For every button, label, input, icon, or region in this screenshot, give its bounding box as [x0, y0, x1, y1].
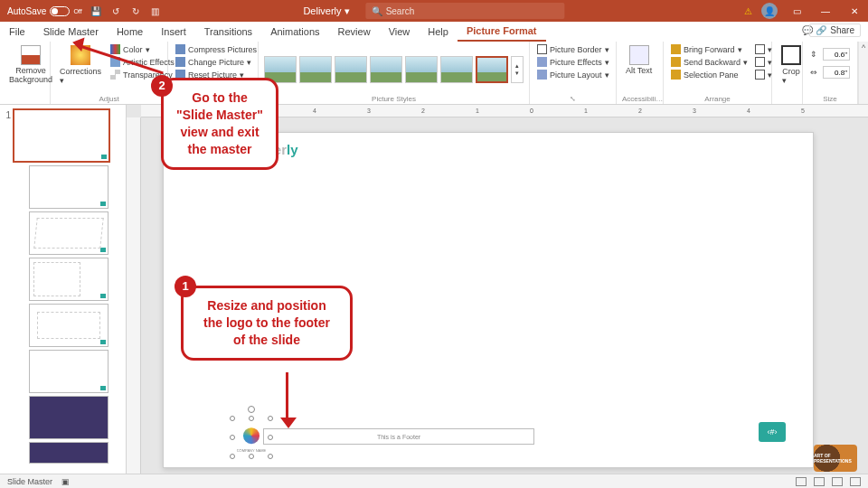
adjust-group-label: Adjust: [56, 95, 162, 104]
resize-handle[interactable]: [230, 435, 235, 440]
page-number-placeholder[interactable]: ‹#›: [759, 422, 786, 442]
style-thumb[interactable]: [405, 56, 438, 83]
gallery-more-button[interactable]: ▴▾: [511, 56, 524, 83]
resize-handle[interactable]: [268, 454, 273, 459]
status-icon[interactable]: ▣: [61, 477, 70, 486]
user-avatar[interactable]: 👤: [761, 3, 778, 19]
tab-slide-master[interactable]: Slide Master: [34, 22, 108, 42]
arrange-label: Arrange: [669, 95, 766, 104]
layout-thumbnail[interactable]: [29, 396, 108, 439]
rotate-handle[interactable]: [248, 406, 255, 413]
document-title: Deliverly ▾: [303, 5, 349, 17]
resize-handle[interactable]: [249, 454, 254, 459]
crop-button[interactable]: Crop▾: [778, 43, 805, 87]
tab-home[interactable]: Home: [108, 22, 152, 42]
annotation-callout-1: 1 Resize and position the logo to the fo…: [181, 286, 353, 361]
watermark-badge: ART OF PRESENTATIONS: [814, 445, 857, 472]
layout-thumbnail[interactable]: [29, 211, 108, 255]
picture-styles-gallery[interactable]: ▴▾: [264, 56, 524, 83]
footer-placeholder[interactable]: This is a Footer: [263, 428, 534, 445]
width-input[interactable]: [823, 66, 850, 79]
resize-handle[interactable]: [268, 435, 273, 440]
tab-help[interactable]: Help: [419, 22, 458, 42]
master-number: 1: [4, 108, 11, 163]
arrow-head-icon: [280, 418, 297, 428]
align-icon: [755, 44, 765, 54]
bring-forward-icon: [671, 44, 681, 54]
group-button[interactable]: ▾: [753, 56, 774, 68]
tab-animations[interactable]: Animations: [261, 22, 328, 42]
start-slideshow-icon[interactable]: ▥: [149, 5, 162, 17]
tab-picture-format[interactable]: Picture Format: [458, 22, 546, 42]
slideshow-view-button[interactable]: [850, 477, 861, 486]
save-icon[interactable]: 💾: [90, 5, 102, 17]
align-button[interactable]: ▾: [753, 43, 774, 55]
layout-thumbnail[interactable]: [29, 258, 108, 301]
change-picture-button[interactable]: Change Picture ▾: [174, 56, 259, 68]
color-icon: [110, 44, 120, 54]
tab-insert[interactable]: Insert: [152, 22, 195, 42]
layout-thumbnail[interactable]: [29, 442, 108, 464]
resize-handle[interactable]: [249, 416, 254, 421]
picture-layout-button[interactable]: Picture Layout ▾: [535, 69, 611, 80]
ribbon-tabs: File Slide Master Home Insert Transition…: [0, 22, 868, 42]
height-icon: ⇕: [810, 50, 820, 60]
thumbnail-pane[interactable]: 1: [0, 105, 127, 474]
annotation-callout-2: 2 Go to the "Slide Master" view and exit…: [161, 78, 278, 170]
layout-thumbnail[interactable]: [29, 165, 108, 209]
resize-handle[interactable]: [230, 416, 235, 421]
picture-styles-label: Picture Styles: [264, 95, 524, 104]
change-picture-icon: [175, 57, 185, 67]
style-thumb[interactable]: [299, 56, 332, 83]
reading-view-button[interactable]: [832, 477, 843, 486]
selected-logo-image[interactable]: COMPANY NAME: [232, 418, 270, 456]
main-area: 1 5 4 3 2 1 0 1 2 3 4 5 Deliverly T: [0, 105, 868, 474]
warning-icon[interactable]: ⚠: [744, 6, 752, 16]
master-thumbnail[interactable]: [13, 108, 110, 163]
selection-pane-button[interactable]: Selection Pane: [669, 69, 750, 80]
title-bar: AutoSave Off 💾 ↺ ↻ ▥ Deliverly ▾ 🔍 Searc…: [0, 0, 868, 22]
collapse-ribbon-button[interactable]: ^: [858, 42, 868, 104]
undo-icon[interactable]: ↺: [109, 5, 122, 17]
group-icon: [755, 57, 765, 67]
layout-thumbnail[interactable]: [29, 350, 108, 393]
autosave-toggle[interactable]: AutoSave Off: [7, 6, 82, 16]
rotate-button[interactable]: ▾: [753, 69, 774, 80]
effects-icon: [537, 57, 547, 67]
bring-forward-button[interactable]: Bring Forward ▾: [669, 43, 750, 55]
minimize-button[interactable]: —: [816, 3, 835, 19]
style-thumb[interactable]: [476, 56, 508, 83]
picture-styles-launcher[interactable]: ⤡: [535, 95, 610, 104]
normal-view-button[interactable]: [796, 477, 807, 486]
remove-background-button[interactable]: Remove Background: [5, 43, 56, 87]
compress-pictures-button[interactable]: Compress Pictures: [174, 43, 259, 55]
redo-icon[interactable]: ↻: [129, 5, 142, 17]
resize-handle[interactable]: [230, 454, 235, 459]
tab-file[interactable]: File: [0, 22, 34, 42]
selection-pane-icon: [671, 70, 681, 80]
style-thumb[interactable]: [440, 56, 473, 83]
compress-icon: [175, 44, 185, 54]
style-thumb[interactable]: [335, 56, 367, 83]
resize-handle[interactable]: [268, 416, 273, 421]
search-icon: 🔍: [372, 6, 382, 16]
picture-border-button[interactable]: Picture Border ▾: [535, 43, 611, 55]
tab-view[interactable]: View: [380, 22, 420, 42]
autosave-state: Off: [73, 8, 81, 14]
tab-transitions[interactable]: Transitions: [195, 22, 261, 42]
style-thumb[interactable]: [370, 56, 402, 83]
alt-text-button[interactable]: Alt Text: [622, 43, 656, 78]
close-button[interactable]: ✕: [844, 3, 864, 19]
border-icon: [537, 44, 547, 54]
autosave-label: AutoSave: [7, 6, 46, 16]
search-input[interactable]: 🔍 Search: [366, 3, 565, 19]
sorter-view-button[interactable]: [814, 477, 825, 486]
accessibility-label: Accessibili…: [622, 95, 657, 104]
picture-effects-button[interactable]: Picture Effects ▾: [535, 56, 611, 68]
ribbon-options-icon[interactable]: ▭: [787, 3, 807, 19]
height-input[interactable]: [823, 48, 850, 61]
share-button[interactable]: 🔗 Share: [809, 23, 861, 37]
tab-review[interactable]: Review: [329, 22, 380, 42]
layout-thumbnail[interactable]: [29, 304, 108, 347]
send-backward-button[interactable]: Send Backward ▾: [669, 56, 750, 68]
